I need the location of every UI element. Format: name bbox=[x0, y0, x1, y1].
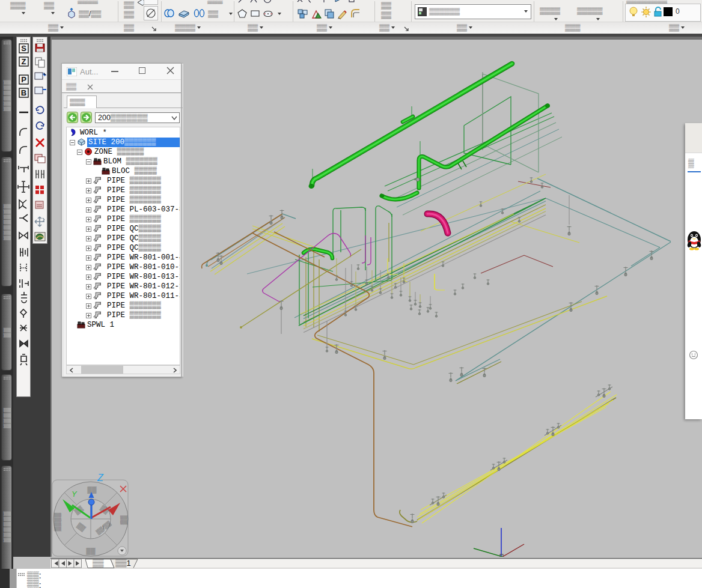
svg-text:▒▒1: ▒▒1 bbox=[115, 559, 131, 568]
svg-text:P: P bbox=[21, 75, 26, 84]
svg-text:Y: Y bbox=[72, 489, 78, 499]
svg-text:▒▒: ▒▒ bbox=[93, 559, 104, 568]
svg-text:▒▒: ▒▒ bbox=[120, 515, 128, 525]
svg-text:S: S bbox=[21, 44, 26, 53]
svg-text:▒▒: ▒▒ bbox=[86, 547, 96, 555]
svg-text:B: B bbox=[21, 88, 26, 97]
svg-text:▒▒: ▒▒ bbox=[87, 486, 97, 494]
svg-text:Z: Z bbox=[22, 57, 26, 66]
svg-text:Z: Z bbox=[97, 473, 104, 483]
svg-text:▒▒▒▒: ▒▒▒▒ bbox=[53, 512, 61, 531]
